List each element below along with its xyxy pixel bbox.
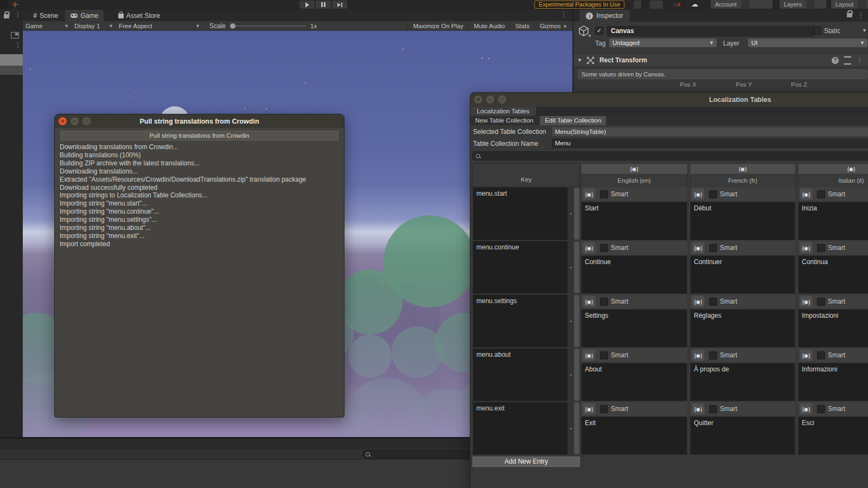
rect-transform-header[interactable]: ▼ Rect Transform ? ⋮ xyxy=(573,53,868,67)
metadata-pin-icon[interactable]: {◉} xyxy=(692,296,705,307)
minimize-button[interactable]: − xyxy=(486,95,494,104)
smart-checkbox[interactable] xyxy=(600,190,608,198)
column-metadata-button[interactable]: {◉} xyxy=(798,164,868,174)
new-table-collection-button[interactable]: New Table Collection xyxy=(470,116,538,125)
mute-audio-toggle[interactable]: Mute Audio xyxy=(468,21,510,31)
translation-input[interactable]: Informazioni xyxy=(798,363,868,401)
translation-input[interactable]: Réglages xyxy=(690,309,795,348)
key-cell[interactable]: menu.about xyxy=(473,348,568,401)
translation-input[interactable]: About xyxy=(581,363,687,401)
metadata-pin-icon[interactable]: {◉} xyxy=(800,296,813,307)
collab-icon[interactable]: ∴✗ xyxy=(672,0,682,9)
display-dropdown[interactable]: Display 1▼ xyxy=(72,21,116,31)
transform-tool-icon[interactable]: ✛ xyxy=(12,1,18,9)
stats-toggle[interactable]: Stats xyxy=(510,21,534,31)
tag-dropdown[interactable]: Untagged▼ xyxy=(609,38,717,47)
static-checkbox[interactable] xyxy=(813,27,821,35)
row-scroll-handle[interactable] xyxy=(574,402,579,454)
translation-input[interactable]: Settings xyxy=(581,309,687,348)
remove-entry-button[interactable]: - xyxy=(570,264,572,271)
smart-checkbox[interactable] xyxy=(709,190,717,198)
remove-entry-button[interactable]: - xyxy=(570,371,572,378)
metadata-pin-icon[interactable]: {◉} xyxy=(800,403,813,415)
display-target-dropdown[interactable]: Game▼ xyxy=(23,21,72,31)
translation-input[interactable]: Continua xyxy=(798,255,868,294)
column-header-french[interactable]: {◉} French (fr) xyxy=(690,163,795,187)
metadata-pin-icon[interactable]: {◉} xyxy=(692,188,705,200)
component-menu-icon[interactable]: ⋮ xyxy=(857,57,863,63)
smart-checkbox[interactable] xyxy=(600,244,608,252)
translation-input[interactable]: Esci xyxy=(798,416,868,455)
help-icon[interactable]: ? xyxy=(832,57,839,64)
translation-input[interactable]: Exit xyxy=(581,416,687,455)
row-scroll-handle[interactable] xyxy=(574,241,579,293)
column-header-italian[interactable]: {◉} Italian (it) xyxy=(798,163,868,187)
row-scroll-handle[interactable] xyxy=(574,349,579,401)
key-cell[interactable]: menu.exit xyxy=(473,402,568,455)
row-handle[interactable]: - xyxy=(568,187,580,240)
column-metadata-button[interactable]: {◉} xyxy=(581,164,687,174)
key-cell[interactable]: menu.settings xyxy=(473,294,568,348)
translation-input[interactable]: Quitter xyxy=(690,416,795,455)
row-scroll-handle[interactable] xyxy=(574,188,579,240)
translation-input[interactable]: Début xyxy=(690,202,795,240)
smart-checkbox[interactable] xyxy=(600,351,608,359)
game-panel-menu-icon[interactable]: ⋮ xyxy=(560,12,567,17)
column-header-key[interactable]: Key xyxy=(473,163,580,187)
edit-table-collection-button[interactable]: Edit Table Collection xyxy=(540,116,606,125)
smart-checkbox[interactable] xyxy=(600,405,608,413)
play-button[interactable] xyxy=(299,1,315,9)
metadata-pin-icon[interactable]: {◉} xyxy=(800,188,813,200)
crowdin-titlebar[interactable]: × − □ Pull string translations from Crow… xyxy=(55,114,344,128)
metadata-pin-icon[interactable]: {◉} xyxy=(583,403,596,415)
translation-input[interactable]: À propos de xyxy=(690,363,795,401)
pull-translations-button[interactable]: Pull string translations from Crowdin xyxy=(60,131,339,140)
preview-packages-button[interactable] xyxy=(650,1,663,9)
layers-dropdown[interactable]: Layers xyxy=(780,0,826,9)
translation-input[interactable]: Inizia xyxy=(798,202,868,240)
key-cell[interactable]: menu.continue xyxy=(473,241,568,294)
kebab-menu-icon[interactable]: ⋮ xyxy=(15,42,21,48)
metadata-pin-icon[interactable]: {◉} xyxy=(583,188,596,200)
active-checkbox[interactable]: ✓ xyxy=(595,27,603,35)
selected-collection-field[interactable]: Menu(StringTable) xyxy=(552,127,868,137)
tab-game[interactable]: Game xyxy=(65,10,104,21)
smart-checkbox[interactable] xyxy=(600,298,608,306)
row-scroll-handle[interactable] xyxy=(574,295,579,347)
metadata-pin-icon[interactable]: {◉} xyxy=(583,242,596,254)
smart-checkbox[interactable] xyxy=(709,351,717,359)
metadata-pin-icon[interactable]: {◉} xyxy=(692,403,705,415)
row-handle[interactable]: - xyxy=(568,241,580,294)
maximize-on-play-toggle[interactable]: Maximize On Play xyxy=(407,21,468,31)
smart-checkbox[interactable] xyxy=(709,405,717,413)
add-new-entry-button[interactable]: Add New Entry xyxy=(473,457,580,467)
column-metadata-button[interactable]: {◉} xyxy=(690,164,795,174)
metadata-pin-icon[interactable]: {◉} xyxy=(692,349,705,361)
scale-slider-knob[interactable] xyxy=(230,23,235,29)
window-icon[interactable] xyxy=(11,32,19,38)
gizmos-dropdown[interactable]: Gizmos ▼ xyxy=(534,21,572,31)
metadata-pin-icon[interactable]: {◉} xyxy=(800,242,813,254)
smart-checkbox[interactable] xyxy=(817,351,825,359)
translation-input[interactable]: Start xyxy=(581,202,687,240)
localization-titlebar[interactable]: × − □ Localization Tables xyxy=(470,93,868,106)
key-cell[interactable]: menu.start xyxy=(473,187,568,240)
foldout-arrow[interactable]: ▼ xyxy=(577,57,582,63)
object-name-field[interactable]: Canvas xyxy=(607,26,814,36)
tab-localization-tables[interactable]: Localization Tables xyxy=(470,107,536,116)
project-search-input[interactable] xyxy=(362,450,473,459)
smart-checkbox[interactable] xyxy=(709,244,717,252)
remove-entry-button[interactable]: - xyxy=(570,317,572,325)
smart-checkbox[interactable] xyxy=(817,298,825,306)
tab-asset-store[interactable]: Asset Store xyxy=(113,10,165,21)
pause-button[interactable] xyxy=(316,1,331,9)
metadata-pin-icon[interactable]: {◉} xyxy=(800,349,813,361)
cloud-icon[interactable]: ☁ xyxy=(691,0,698,9)
translation-input[interactable]: Continuer xyxy=(690,255,795,294)
metadata-pin-icon[interactable]: {◉} xyxy=(692,242,705,254)
scale-slider[interactable] xyxy=(230,25,306,27)
remove-entry-button[interactable]: - xyxy=(570,210,572,217)
smart-checkbox[interactable] xyxy=(817,405,825,413)
row-handle[interactable]: - xyxy=(568,294,580,348)
row-handle[interactable]: - xyxy=(568,348,580,401)
